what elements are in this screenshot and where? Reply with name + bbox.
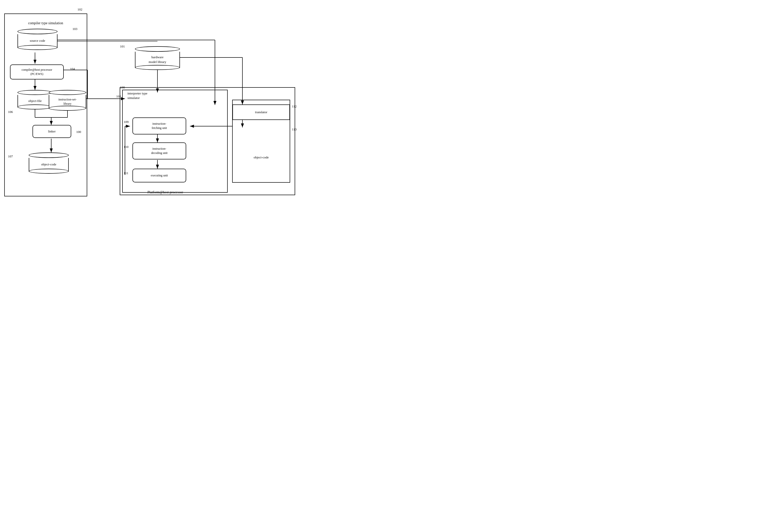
translator-box: translator bbox=[232, 104, 290, 120]
label-112: 112 bbox=[292, 104, 297, 108]
linker-box: linker bbox=[32, 125, 71, 138]
label-101: 101 bbox=[120, 44, 125, 48]
label-105: 105 bbox=[116, 94, 121, 98]
label-106: 106 bbox=[8, 110, 13, 114]
label-107: 107 bbox=[8, 154, 13, 158]
hardware-model-library-cylinder: hardware model library bbox=[135, 46, 180, 68]
label-103: 103 bbox=[72, 27, 77, 31]
platform-host-label: Platform@host processor bbox=[147, 190, 183, 194]
label-111: 111 bbox=[124, 171, 128, 175]
diagram: compiler type simulation 102 source code… bbox=[0, 0, 300, 207]
object-code-left-cylinder: object-code bbox=[29, 152, 69, 172]
label-108: 108 bbox=[120, 85, 125, 89]
object-code-right-label: object-code bbox=[234, 135, 289, 180]
label-102: 102 bbox=[77, 7, 82, 11]
object-file-cylinder: object-file bbox=[17, 90, 52, 107]
interpreter-type-simulator-label: interpreter type simulator bbox=[127, 91, 147, 100]
label-113: 113 bbox=[292, 127, 297, 131]
compiler-host-box: compiler@host processor (PC/EWS) bbox=[10, 64, 64, 79]
source-code-cylinder: source code bbox=[17, 29, 57, 48]
label-109: 109 bbox=[124, 120, 129, 124]
instruction-decoding-box: instruction- decoding unit bbox=[132, 142, 186, 159]
executing-unit-box: executing unit bbox=[132, 169, 186, 182]
label-104: 104 bbox=[70, 67, 75, 71]
label-110: 110 bbox=[124, 145, 128, 149]
instruction-fetching-box: instruction- fetching unit bbox=[132, 117, 186, 134]
label-100: 100 bbox=[76, 130, 81, 134]
instruction-set-library-cylinder: instruction-set- library bbox=[49, 90, 86, 109]
